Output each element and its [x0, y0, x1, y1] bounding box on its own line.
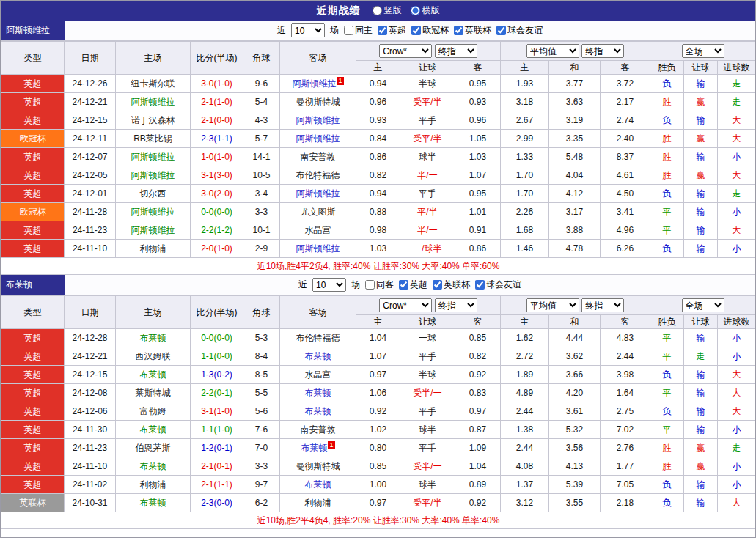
result-goals: 小 — [718, 347, 756, 366]
match-date: 24-12-15 — [65, 111, 116, 130]
result-win-loss: 胜 — [650, 439, 684, 457]
scope-select[interactable]: 全场 — [682, 44, 724, 58]
odds-source-select[interactable]: Crow* — [379, 298, 432, 312]
match-row: 英超 24-12-28 布莱顿 0-0(0-0) 5-3 布伦特福德 1.04 … — [1, 329, 756, 347]
league-filter[interactable]: 英联杯 — [433, 279, 470, 291]
result-goals: 小 — [718, 148, 756, 166]
match-date: 24-11-28 — [65, 203, 116, 221]
home-team-name[interactable]: 布莱顿 — [140, 424, 166, 435]
result-handicap: 赢 — [684, 457, 718, 476]
league-filter-checkbox[interactable] — [475, 280, 485, 290]
result-handicap: 输 — [684, 421, 718, 439]
avg-home-odds: 2.72 — [501, 347, 549, 366]
same-venue-filter[interactable]: 同客 — [365, 279, 394, 291]
avg-source-select[interactable]: 平均值 — [526, 44, 579, 58]
home-team-name[interactable]: 阿斯顿维拉 — [131, 97, 175, 107]
corners: 8-4 — [243, 347, 280, 366]
home-team-name: 诺丁汉森林 — [131, 115, 175, 125]
home-team-name[interactable]: 布莱顿 — [140, 498, 166, 508]
odds-source-select[interactable]: Crow* — [379, 44, 432, 58]
match-count-select[interactable]: 10 — [312, 278, 346, 292]
away-team-name[interactable]: 布莱顿 — [301, 443, 327, 453]
view-option-1[interactable]: 横版 — [411, 4, 440, 17]
league-filter-checkbox[interactable] — [399, 280, 408, 290]
away-team-name[interactable]: 阿斯顿维拉 — [296, 243, 340, 254]
away-team-cell: 阿斯顿维拉 — [280, 130, 356, 148]
odds-away: 0.97 — [455, 402, 501, 421]
scope-select[interactable]: 全场 — [682, 298, 724, 312]
avg-time-select[interactable]: 终指 — [581, 44, 624, 58]
home-team-name[interactable]: 阿斯顿维拉 — [131, 170, 175, 180]
avg-time-select[interactable]: 终指 — [581, 298, 624, 312]
home-team-cell: 莱斯特城 — [116, 384, 191, 402]
away-team-name[interactable]: 布莱顿 — [305, 406, 331, 416]
home-team-name[interactable]: 阿斯顿维拉 — [131, 207, 175, 217]
handicap: 平/半 — [400, 203, 455, 221]
score-cell: 0-0(0-0) — [191, 203, 243, 221]
avg-away-odds: 2.18 — [601, 494, 650, 512]
away-team-name[interactable]: 阿斯顿维拉 — [292, 78, 336, 89]
match-count-select[interactable]: 10 — [291, 23, 325, 37]
view-radio-icon[interactable] — [411, 6, 420, 15]
league-filter[interactable]: 欧冠杯 — [411, 24, 449, 37]
league-filter-checkbox[interactable] — [433, 280, 442, 290]
home-team-name[interactable]: 布莱顿 — [140, 369, 166, 380]
match-row: 英超 24-11-30 布莱顿 1-1(1-0) 7-6 南安普敦 1.02 球… — [1, 421, 756, 439]
same-venue-checkbox[interactable] — [365, 280, 375, 290]
sub-col-header-0: 主 — [356, 61, 400, 75]
view-radio-icon[interactable] — [373, 6, 382, 15]
home-team-name[interactable]: 阿斯顿维拉 — [131, 225, 175, 235]
league-filter[interactable]: 球会友谊 — [496, 24, 543, 37]
odds-time-select[interactable]: 终指 — [435, 298, 477, 312]
avg-draw-odds: 3.63 — [549, 93, 601, 111]
same-venue-filter[interactable]: 同主 — [344, 24, 373, 37]
home-team-name[interactable]: 布莱顿 — [140, 461, 166, 471]
avg-away-odds: 2.44 — [601, 347, 650, 366]
summary-row: 近10场,胜4平2负4, 胜率:40% 让胜率:30% 大率:40% 单率:60… — [1, 258, 756, 275]
league-filter-checkbox[interactable] — [496, 26, 506, 35]
match-row: 欧冠杯 24-12-11 RB莱比锡 2-3(1-1) 5-7 阿斯顿维拉 0.… — [1, 130, 756, 148]
result-goals: 小 — [718, 421, 756, 439]
odds-home: 0.84 — [356, 130, 400, 148]
league-filter[interactable]: 英超 — [378, 24, 406, 37]
score-text: 1-3(0-2) — [201, 369, 232, 380]
corners: 6-2 — [243, 494, 280, 512]
corners: 10-5 — [243, 166, 280, 185]
score-text: 3-1(3-0) — [201, 170, 232, 180]
away-team-cell: 曼彻斯特城 — [280, 457, 356, 476]
avg-away-odds: 2.17 — [601, 93, 650, 111]
same-venue-checkbox[interactable] — [344, 26, 353, 35]
home-team-cell: 纽卡斯尔联 — [116, 75, 191, 93]
avg-draw-odds: 3.56 — [549, 439, 601, 457]
league-filter[interactable]: 英超 — [399, 279, 427, 291]
away-team-name[interactable]: 布莱顿 — [305, 351, 331, 361]
handicap: 受半/一 — [400, 384, 455, 402]
score-cell: 3-0(2-0) — [191, 185, 243, 203]
league-filter-checkbox[interactable] — [454, 26, 463, 35]
odds-time-select[interactable]: 终指 — [435, 44, 477, 58]
away-team-name[interactable]: 布莱顿 — [305, 388, 331, 398]
away-team-name[interactable]: 阿斯顿维拉 — [296, 115, 340, 125]
view-option-0[interactable]: 竖版 — [373, 4, 402, 17]
home-team-name[interactable]: 布莱顿 — [140, 333, 166, 343]
away-team-name[interactable]: 阿斯顿维拉 — [296, 133, 340, 144]
league-filter-checkbox[interactable] — [411, 26, 421, 35]
league-filter-checkbox[interactable] — [378, 26, 387, 35]
league-badge: 英超 — [1, 476, 65, 494]
odds-away: 0.96 — [455, 111, 501, 130]
odds-away: 0.87 — [455, 421, 501, 439]
away-team-cell: 水晶宫 — [280, 366, 356, 384]
away-team-name[interactable]: 布莱顿 — [305, 479, 331, 490]
score-text: 2-3(0-0) — [201, 498, 232, 508]
match-date: 24-12-08 — [65, 384, 116, 402]
result-handicap: 输 — [684, 203, 718, 221]
away-team-cell: 布伦特福德 — [280, 166, 356, 185]
league-filter[interactable]: 英联杯 — [454, 24, 491, 37]
home-team-name[interactable]: 阿斯顿维拉 — [131, 152, 175, 162]
corners: 9-6 — [243, 75, 280, 93]
result-handicap: 输 — [684, 494, 718, 512]
away-team-name[interactable]: 阿斯顿维拉 — [296, 188, 340, 199]
avg-source-select[interactable]: 平均值 — [526, 298, 579, 312]
league-filter[interactable]: 球会友谊 — [475, 279, 521, 291]
result-handicap: 输 — [684, 476, 718, 494]
